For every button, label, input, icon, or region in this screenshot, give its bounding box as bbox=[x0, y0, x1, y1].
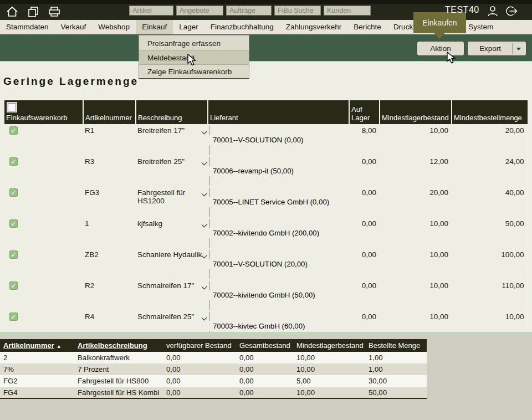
col-einkaufswarenkorb: Einkaufswarenkorb bbox=[4, 100, 83, 124]
summary-col-mindestlagerbestand: Mindestlagerbestand bbox=[293, 339, 365, 352]
menu-item-system[interactable]: System bbox=[462, 20, 499, 34]
artikelnummer-cell: FG4 bbox=[0, 387, 74, 398]
cart-checkbox[interactable]: ✓ bbox=[9, 250, 18, 259]
home-icon[interactable] bbox=[6, 6, 19, 18]
menu-item-webshop[interactable]: Webshop bbox=[92, 20, 136, 34]
menu-item-einkauf[interactable]: Einkauf bbox=[136, 20, 173, 34]
summary-col-gesamtbestand: Gesamtbestand bbox=[236, 339, 293, 352]
search-input-kunden[interactable] bbox=[324, 6, 371, 16]
export-button-label: Export bbox=[479, 44, 501, 53]
auf-lager-cell: 8,00 bbox=[349, 124, 380, 155]
beschreibung-cell: Breitreifen 25" bbox=[136, 155, 208, 186]
gesamtbestand-cell: 0,00 bbox=[236, 352, 293, 363]
beschreibung-cell: Schaniere Hydaulik bbox=[136, 248, 208, 279]
beschreibung-cell: Fahrgestell für HS1200 bbox=[136, 186, 208, 217]
lieferant-select[interactable]: 70002--kivitendo GmbH (50,00) bbox=[209, 281, 347, 310]
gesamtbestand-cell: 0,00 bbox=[236, 375, 293, 387]
menu-item-stammdaten[interactable]: Stammdaten bbox=[0, 20, 55, 34]
low-stock-row: ✓ R1 Breitreifen 17" 70001--V-SOLUTION (… bbox=[4, 124, 528, 155]
window-top-strip bbox=[0, 0, 532, 4]
cart-checkbox[interactable]: ✓ bbox=[9, 188, 18, 197]
cart-checkbox[interactable]: ✓ bbox=[9, 313, 18, 321]
menu-item-verkauf[interactable]: Verkauf bbox=[55, 20, 93, 34]
lieferant-select[interactable]: 70001--V-SOLUTION (0,00) bbox=[209, 126, 347, 155]
aktion-button[interactable]: Aktion bbox=[417, 41, 464, 56]
summary-col-label: Mindestlagerbestand bbox=[296, 341, 364, 350]
divider-line-bottom bbox=[0, 332, 532, 333]
logout-icon[interactable] bbox=[505, 5, 518, 17]
verfuegbarer-bestand-cell: 0,00 bbox=[163, 352, 236, 363]
artikelnummer-cell: R3 bbox=[83, 155, 136, 186]
artikelnummer-cell: 7% bbox=[0, 363, 74, 375]
menu-item-berichte[interactable]: Berichte bbox=[347, 20, 387, 34]
verfuegbarer-bestand-cell: 0,00 bbox=[163, 387, 236, 398]
search-input-fibu-suche[interactable] bbox=[274, 6, 321, 16]
mindestlagerbestand-cell: 10,00 bbox=[380, 124, 452, 155]
artikelbeschreibung-cell: Fahrgestell für HS800 bbox=[74, 375, 163, 387]
topbar-icons bbox=[6, 6, 61, 18]
search-input-auftr-ge[interactable] bbox=[226, 6, 272, 16]
artikelbeschreibung-cell: Balkonkraftwerk bbox=[74, 352, 163, 363]
sort-link-artikelbeschreibung[interactable]: Artikelbeschreibung bbox=[78, 341, 147, 350]
auf-lager-cell: 0,00 bbox=[349, 217, 380, 248]
summary-col-verf-gbarer-bestand: verfügbarer Bestand bbox=[163, 339, 236, 352]
summary-row: 7% 7 Prozent 0,00 0,00 10,00 1,00 bbox=[0, 363, 427, 375]
summary-row: 2 Balkonkraftwerk 0,00 0,00 10,00 1,00 bbox=[0, 352, 427, 363]
lieferant-select-value: 70002--kivitendo GmbH (200,00) bbox=[209, 228, 347, 239]
bestellte-menge-cell: 50,00 bbox=[365, 387, 427, 398]
verfuegbarer-bestand-cell: 0,00 bbox=[163, 375, 236, 387]
bestellte-menge-cell: 1,00 bbox=[365, 352, 427, 363]
menu-item-zahlungsverkehr[interactable]: Zahlungsverkehr bbox=[280, 20, 348, 34]
app-screen: TEST40 StammdatenVerkaufWebshopEinkaufLa… bbox=[0, 0, 532, 420]
lieferant-select-value: 70005--LINET Service GmbH (0,00) bbox=[209, 197, 347, 208]
col-artikelnummer: Artikelnummer bbox=[83, 100, 136, 124]
menu-item-zeige-einkaufswarenkorb[interactable]: Zeige Einkaufswarenkorb bbox=[139, 64, 249, 78]
lieferant-select-value: 70003--kivtec GmbH (60,00) bbox=[209, 321, 347, 332]
low-stock-header-row: Einkaufswarenkorb Artikelnummer Beschrei… bbox=[4, 100, 528, 124]
einkaufen-button[interactable]: Einkaufen bbox=[413, 12, 466, 33]
user-icon[interactable] bbox=[486, 5, 499, 17]
menu-item-preisanfrage-erfassen[interactable]: Preisanfrage erfassen bbox=[139, 37, 249, 50]
search-input-angebote[interactable] bbox=[176, 6, 223, 16]
lieferant-select[interactable]: 70002--kivitendo GmbH (200,00) bbox=[209, 219, 347, 248]
low-stock-row: ✓ R3 Breitreifen 25" 70006--revamp-it (5… bbox=[4, 155, 528, 186]
lieferant-select[interactable]: 70001--V-SOLUTION (20,00) bbox=[209, 250, 347, 279]
export-button[interactable]: Export bbox=[467, 41, 526, 56]
col-beschreibung: Beschreibung bbox=[136, 100, 208, 124]
cart-checkbox[interactable]: ✓ bbox=[9, 157, 18, 166]
export-divider bbox=[512, 43, 513, 54]
lieferant-select[interactable]: 70005--LINET Service GmbH (0,00) bbox=[209, 188, 347, 217]
artikelnummer-cell: R1 bbox=[83, 124, 136, 155]
low-stock-row: ✓ FG3 Fahrgestell für HS1200 70005--LINE… bbox=[4, 186, 528, 217]
sort-link-artikelnummer[interactable]: Artikelnummer bbox=[3, 341, 54, 350]
col-auf-lager: Auf Lager bbox=[349, 100, 380, 124]
cart-checkbox[interactable]: ✓ bbox=[9, 219, 18, 228]
low-stock-row: ✓ ZB2 Schaniere Hydaulik 70001--V-SOLUTI… bbox=[4, 248, 528, 279]
beschreibung-cell: kjfsalkg bbox=[136, 217, 208, 248]
chevron-down-icon bbox=[516, 48, 521, 50]
mindestlagerbestand-cell: 10,00 bbox=[380, 279, 452, 310]
menu-item-lager[interactable]: Lager bbox=[173, 20, 204, 34]
print-icon[interactable] bbox=[48, 6, 61, 18]
auf-lager-cell: 0,00 bbox=[349, 248, 380, 279]
copy-pages-icon[interactable] bbox=[27, 6, 40, 18]
bestellte-menge-cell: 30,00 bbox=[365, 375, 427, 387]
summary-col-label: verfügbarer Bestand bbox=[166, 341, 232, 350]
lieferant-select[interactable]: 70006--revamp-it (50,00) bbox=[209, 157, 347, 186]
summary-col-artikelbeschreibung: Artikelbeschreibung bbox=[74, 339, 163, 352]
artikelbeschreibung-cell: Fahrgestell für HS Kombi bbox=[74, 387, 163, 398]
col-mindestbestellmenge: Mindestbestellmenge bbox=[452, 100, 528, 124]
lieferant-select-value: 70001--V-SOLUTION (20,00) bbox=[209, 259, 347, 270]
search-input-artikel[interactable] bbox=[129, 6, 173, 16]
menu-item-finanzbuchhaltung[interactable]: Finanzbuchhaltung bbox=[204, 20, 280, 34]
lieferant-select-value: 70002--kivitendo GmbH (50,00) bbox=[209, 290, 347, 301]
quick-search-bar bbox=[129, 6, 371, 16]
cart-checkbox[interactable]: ✓ bbox=[9, 281, 18, 290]
artikelnummer-cell: ZB2 bbox=[83, 248, 136, 279]
cart-checkbox[interactable]: ✓ bbox=[9, 126, 18, 135]
beschreibung-cell: Breitreifen 17" bbox=[136, 124, 208, 155]
select-all-checkbox[interactable] bbox=[8, 103, 16, 111]
menu-item-meldebestand[interactable]: Meldebestand bbox=[139, 50, 249, 64]
low-stock-row: ✓ 1 kjfsalkg 70002--kivitendo GmbH (200,… bbox=[4, 217, 528, 248]
einkauf-dropdown-menu: Preisanfrage erfassenMeldebestandZeige E… bbox=[139, 35, 249, 79]
